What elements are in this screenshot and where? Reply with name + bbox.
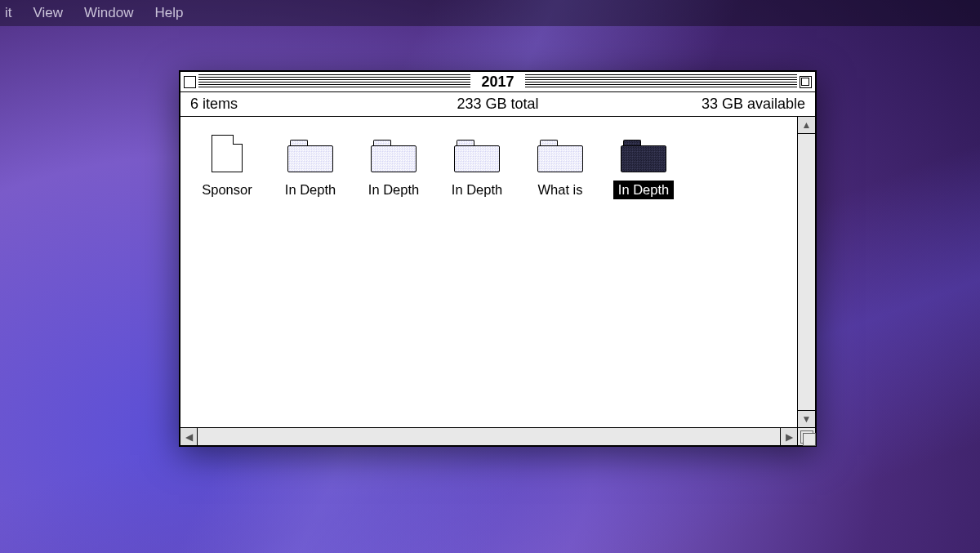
folder-icon [621,140,666,172]
folder-item[interactable]: In Depth [445,132,509,199]
disk-total: 233 GB total [457,96,538,113]
titlebar[interactable]: 2017 [180,72,815,92]
menu-item[interactable]: Help [155,5,184,21]
item-label: What is [532,181,587,199]
document-icon [212,135,243,172]
folder-item[interactable]: In Depth [362,132,425,199]
file-item[interactable]: Sponsor [195,132,259,199]
folder-item[interactable]: In Depth [278,132,342,199]
item-label: Sponsor [197,181,256,199]
titlebar-stripes [198,74,470,89]
arrow-left-icon[interactable]: ◀ [180,428,198,445]
info-strip: 6 items 233 GB total 33 GB available [180,92,815,117]
folder-icon [287,140,333,172]
menu-item[interactable]: it [5,5,12,21]
close-box[interactable] [184,76,196,88]
menubar: it View Window Help [0,0,980,26]
menu-item[interactable]: Window [84,5,133,21]
folder-icon [371,140,416,172]
item-label: In Depth [280,181,341,199]
horizontal-scrollbar[interactable]: ◀ ▶ [180,427,797,445]
menu-item[interactable]: View [33,5,64,21]
titlebar-stripes [525,74,797,89]
folder-item[interactable]: In Depth [612,132,675,199]
window-title: 2017 [473,74,522,91]
finder-window: 2017 6 items 233 GB total 33 GB availabl… [179,70,817,447]
content-area[interactable]: SponsorIn DepthIn DepthIn DepthWhat isIn… [180,117,797,427]
folder-icon [537,140,583,172]
vertical-scrollbar[interactable]: ▲ ▼ [797,117,815,427]
item-label: In Depth [363,181,424,199]
grow-box[interactable] [797,427,815,445]
item-label: In Depth [613,181,674,199]
arrow-up-icon[interactable]: ▲ [798,117,815,134]
arrow-down-icon[interactable]: ▼ [798,410,815,427]
zoom-box[interactable] [800,76,812,88]
disk-available: 33 GB available [702,96,805,113]
folder-item[interactable]: What is [528,132,592,199]
item-label: In Depth [447,181,507,199]
item-count: 6 items [190,96,238,113]
arrow-right-icon[interactable]: ▶ [780,428,797,445]
folder-icon [454,140,500,172]
